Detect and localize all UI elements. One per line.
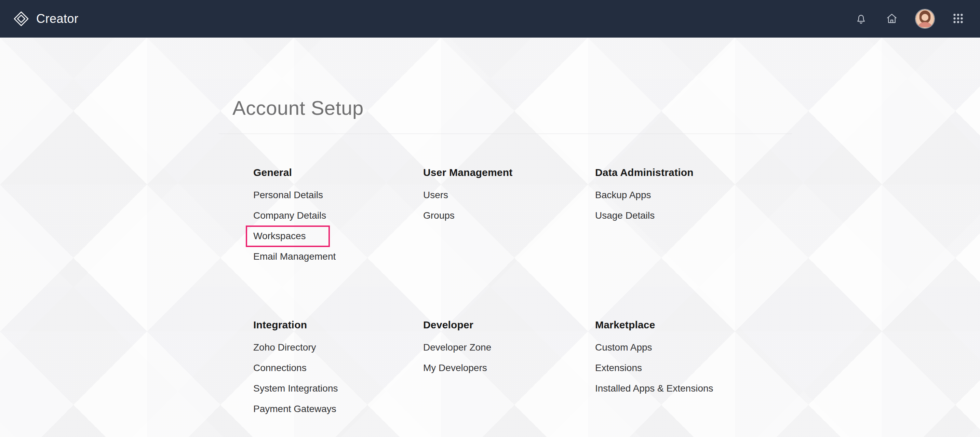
section-integration: Integration Zoho Directory Connections S… — [253, 319, 423, 423]
link-connections[interactable]: Connections — [253, 362, 307, 373]
section-user-management: User Management Users Groups — [423, 167, 595, 270]
notifications-button[interactable] — [854, 11, 869, 26]
title-divider — [219, 133, 792, 134]
page-header: Account Setup — [219, 96, 792, 134]
link-usage-details[interactable]: Usage Details — [595, 210, 655, 221]
section-general: General Personal Details Company Details… — [253, 167, 423, 270]
link-my-developers[interactable]: My Developers — [423, 362, 487, 373]
link-workspaces[interactable]: Workspaces — [253, 230, 306, 241]
list-item: Personal Details — [253, 189, 423, 202]
link-email-management[interactable]: Email Management — [253, 251, 336, 262]
list-item: Zoho Directory — [253, 341, 423, 354]
user-avatar[interactable] — [915, 9, 935, 29]
apps-grid-icon — [952, 12, 964, 25]
link-backup-apps[interactable]: Backup Apps — [595, 190, 651, 200]
link-personal-details[interactable]: Personal Details — [253, 190, 323, 200]
section-data-administration: Data Administration Backup Apps Usage De… — [595, 167, 834, 270]
list-item: Email Management — [253, 250, 423, 263]
list-item: Company Details — [253, 209, 423, 222]
home-button[interactable] — [884, 11, 899, 26]
page-title: Account Setup — [232, 96, 792, 119]
topbar-actions — [854, 9, 966, 29]
bell-icon — [855, 12, 867, 25]
link-installed-apps-extensions[interactable]: Installed Apps & Extensions — [595, 383, 713, 394]
list-item: Connections — [253, 361, 423, 375]
top-navigation-bar: Creator — [0, 0, 980, 38]
link-groups[interactable]: Groups — [423, 210, 455, 221]
link-zoho-directory[interactable]: Zoho Directory — [253, 342, 316, 353]
section-title: Developer — [423, 319, 595, 331]
list-item: Developer Zone — [423, 341, 595, 354]
section-title: User Management — [423, 167, 595, 178]
creator-logo-icon — [13, 11, 29, 27]
home-icon — [886, 12, 898, 25]
workspaces-highlight-box: Workspaces — [246, 226, 330, 247]
list-item: My Developers — [423, 361, 595, 375]
list-item: System Integrations — [253, 382, 423, 395]
link-company-details[interactable]: Company Details — [253, 210, 326, 221]
link-system-integrations[interactable]: System Integrations — [253, 383, 338, 394]
section-developer: Developer Developer Zone My Developers — [423, 319, 595, 423]
section-item-list: Personal Details Company Details Workspa… — [253, 189, 423, 263]
link-developer-zone[interactable]: Developer Zone — [423, 342, 491, 353]
apps-menu-button[interactable] — [951, 11, 966, 26]
section-title: Marketplace — [595, 319, 834, 331]
list-item: Payment Gateways — [253, 402, 423, 415]
section-title: Data Administration — [595, 167, 834, 178]
section-title: Integration — [253, 319, 423, 331]
section-item-list: Backup Apps Usage Details — [595, 189, 834, 222]
section-item-list: Zoho Directory Connections System Integr… — [253, 341, 423, 415]
list-item: Extensions — [595, 361, 834, 375]
list-item: Installed Apps & Extensions — [595, 382, 834, 395]
list-item: Custom Apps — [595, 341, 834, 354]
link-users[interactable]: Users — [423, 190, 448, 200]
brand[interactable]: Creator — [13, 11, 79, 27]
link-payment-gateways[interactable]: Payment Gateways — [253, 404, 336, 414]
link-custom-apps[interactable]: Custom Apps — [595, 342, 652, 353]
list-item: Users — [423, 189, 595, 202]
section-item-list: Custom Apps Extensions Installed Apps & … — [595, 341, 834, 395]
section-item-list: Users Groups — [423, 189, 595, 222]
link-extensions[interactable]: Extensions — [595, 362, 642, 373]
section-title: General — [253, 167, 423, 178]
app-title: Creator — [36, 12, 79, 26]
section-marketplace: Marketplace Custom Apps Extensions Insta… — [595, 319, 834, 423]
account-setup-page: Account Setup General Personal Details C… — [0, 38, 980, 423]
list-item: Backup Apps — [595, 189, 834, 202]
list-item: Usage Details — [595, 209, 834, 222]
list-item: Groups — [423, 209, 595, 222]
list-item: Workspaces — [253, 230, 423, 243]
section-item-list: Developer Zone My Developers — [423, 341, 595, 375]
settings-sections-grid: General Personal Details Company Details… — [253, 167, 980, 423]
